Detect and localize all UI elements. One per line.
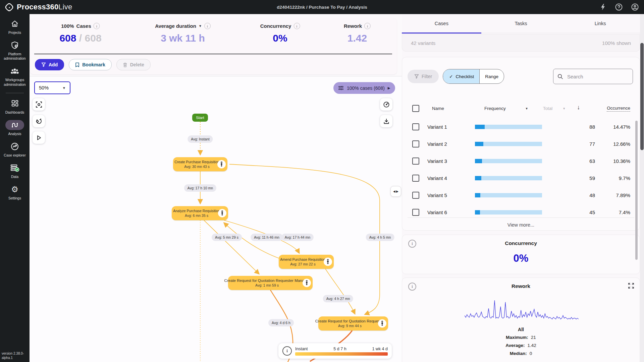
tab-links[interactable]: Links bbox=[560, 14, 640, 33]
lightning-icon bbox=[600, 4, 605, 10]
info-icon[interactable]: i bbox=[282, 346, 292, 356]
chevron-down-icon[interactable]: ▼ bbox=[562, 107, 566, 110]
stat-concurrency: Concurrency i 0% bbox=[260, 23, 300, 44]
fit-to-screen-button[interactable] bbox=[33, 98, 45, 111]
sidebar-divider bbox=[6, 93, 24, 93]
variants-card: Filter ✓ Checklist Range bbox=[402, 57, 640, 231]
account-button[interactable] bbox=[631, 3, 639, 11]
variant-row[interactable]: Variant 5 48 7.89% bbox=[412, 189, 630, 201]
duration-gradient-bar bbox=[295, 352, 388, 356]
chevron-down-icon[interactable]: ▼ bbox=[525, 107, 528, 110]
chevron-down-icon[interactable]: ▼ bbox=[199, 24, 202, 28]
node-start[interactable]: Start bbox=[192, 114, 208, 122]
view-more-link[interactable]: View more... bbox=[402, 222, 640, 228]
variants-scrollbar-thumb[interactable] bbox=[635, 121, 638, 260]
edge-label: Avg: 4 h 5 mn bbox=[366, 234, 394, 241]
rework-sparkline bbox=[465, 299, 579, 320]
sidebar-item-settings[interactable]: ⚙ Settings bbox=[0, 184, 30, 200]
row-checkbox[interactable] bbox=[412, 140, 419, 147]
sidebar-item-projects[interactable]: Projects bbox=[0, 19, 30, 35]
info-icon[interactable]: i bbox=[293, 23, 300, 29]
activity-steps-icon[interactable] bbox=[378, 319, 386, 328]
concurrency-value: 0% bbox=[402, 252, 640, 264]
node-analyze-purchase-requisition[interactable]: Analyze Purchase Requisition Avg: 6 mn 3… bbox=[172, 206, 228, 220]
edge-label: Avg: 11 h 46 mn bbox=[251, 234, 283, 241]
performance-view-button[interactable] bbox=[380, 98, 392, 111]
cases-percentage-button[interactable]: 100% cases (608) ▶ bbox=[333, 82, 395, 94]
edge-label: Avg: 4 d 6 h bbox=[268, 319, 294, 326]
dashboards-icon bbox=[11, 99, 19, 108]
search-input[interactable] bbox=[567, 73, 625, 80]
filter-button[interactable]: Filter bbox=[408, 70, 439, 83]
sidebar-item-data[interactable]: Data bbox=[0, 163, 30, 179]
rework-group-label: All bbox=[402, 327, 640, 332]
add-filter-button[interactable]: Add bbox=[35, 59, 64, 70]
column-occurrence[interactable]: Occurrence bbox=[607, 106, 630, 112]
info-icon[interactable]: i bbox=[204, 23, 211, 29]
zoom-select[interactable]: 50% ▼ bbox=[34, 81, 70, 94]
info-icon[interactable]: i bbox=[364, 23, 371, 29]
column-frequency[interactable]: Frequency bbox=[484, 106, 506, 111]
play-icon bbox=[36, 135, 42, 141]
funnel-icon bbox=[414, 74, 419, 79]
row-checkbox[interactable] bbox=[412, 192, 419, 199]
analysis-active-pill bbox=[5, 120, 24, 130]
activity-steps-icon[interactable] bbox=[303, 279, 311, 287]
row-checkbox[interactable] bbox=[412, 158, 419, 165]
activity-steps-icon[interactable] bbox=[217, 160, 226, 169]
info-icon[interactable]: i bbox=[94, 23, 100, 29]
sidebar-item-platform-administration[interactable]: Platform administration bbox=[0, 40, 30, 61]
range-toggle[interactable]: Range bbox=[479, 69, 504, 83]
variant-row[interactable]: Variant 1 88 14.47% bbox=[412, 121, 630, 132]
sort-descending-icon[interactable]: ↓ bbox=[577, 104, 580, 111]
funnel-icon bbox=[41, 62, 46, 67]
column-name: Name bbox=[432, 106, 444, 111]
node-create-rfq-requester-manager[interactable]: Create Request for Quotation Requester M… bbox=[228, 276, 313, 290]
tab-cases[interactable]: Cases bbox=[402, 14, 481, 33]
panel-resize-handle[interactable]: ◀▶ bbox=[390, 186, 401, 197]
list-mode-toggle: ✓ Checklist Range bbox=[443, 69, 504, 84]
trash-icon bbox=[123, 62, 127, 67]
node-create-purchase-requisition[interactable]: Create Purchase Requisition Avg: 30 mn 4… bbox=[173, 157, 227, 171]
sidebar-item-analysis[interactable]: Analysis bbox=[0, 120, 30, 136]
variant-row[interactable]: Variant 2 77 12.66% bbox=[412, 138, 630, 149]
node-amend-purchase-requisition[interactable]: Amend Purchase Requisition Avg: 27 mn 22… bbox=[279, 255, 334, 269]
variant-row[interactable]: Variant 3 63 10.36% bbox=[412, 155, 630, 167]
download-button[interactable] bbox=[380, 115, 392, 127]
column-total[interactable]: Total bbox=[543, 106, 553, 111]
process-map[interactable]: 50% ▼ 100% cases (608) ▶ bbox=[30, 76, 402, 362]
sidebar-item-case-explorer[interactable]: Case explorer bbox=[0, 141, 30, 158]
delete-button[interactable]: Delete bbox=[116, 59, 151, 70]
shield-admin-icon bbox=[10, 41, 19, 50]
reset-view-button[interactable] bbox=[33, 115, 45, 127]
row-checkbox[interactable] bbox=[412, 209, 419, 216]
variant-row[interactable]: Variant 4 59 9.7% bbox=[412, 172, 630, 184]
expand-icon[interactable] bbox=[628, 283, 634, 289]
bookmark-icon bbox=[75, 62, 79, 67]
checklist-toggle[interactable]: ✓ Checklist bbox=[443, 69, 479, 83]
select-all-checkbox[interactable] bbox=[412, 105, 419, 112]
sidebar-item-dashboards[interactable]: Dashboards bbox=[0, 99, 30, 115]
download-icon bbox=[383, 118, 389, 124]
activity-steps-icon[interactable] bbox=[218, 209, 226, 218]
duration-legend: i Instant 5 d 7 h 1 wk 4 d bbox=[278, 343, 392, 359]
bookmark-button[interactable]: Bookmark bbox=[69, 59, 111, 70]
panel-scrollbar-thumb[interactable] bbox=[640, 43, 644, 150]
fit-screen-icon bbox=[36, 101, 42, 108]
stats-divider bbox=[34, 54, 392, 54]
play-animation-button[interactable] bbox=[33, 131, 45, 144]
row-checkbox[interactable] bbox=[412, 175, 419, 182]
help-button[interactable] bbox=[614, 3, 623, 11]
stat-rework: Rework i 1.42 bbox=[344, 23, 371, 44]
chevron-left-icon: ◀ bbox=[393, 190, 395, 193]
variant-row[interactable]: Variant 6 45 7.4% bbox=[412, 206, 630, 218]
activity-steps-icon[interactable] bbox=[324, 258, 332, 266]
row-checkbox[interactable] bbox=[412, 123, 419, 130]
tab-tasks[interactable]: Tasks bbox=[481, 14, 561, 33]
quick-actions-button[interactable] bbox=[598, 3, 607, 11]
edge-label: Avg: 5 mn 29 s bbox=[212, 234, 242, 241]
rework-stat: Average:1.42 bbox=[402, 343, 640, 348]
sidebar-item-workgroups-administration[interactable]: Workgroups administration bbox=[0, 66, 30, 86]
search-box bbox=[553, 69, 633, 84]
node-create-rfq-requester[interactable]: Create Request for Quotation Requester A… bbox=[318, 316, 388, 330]
